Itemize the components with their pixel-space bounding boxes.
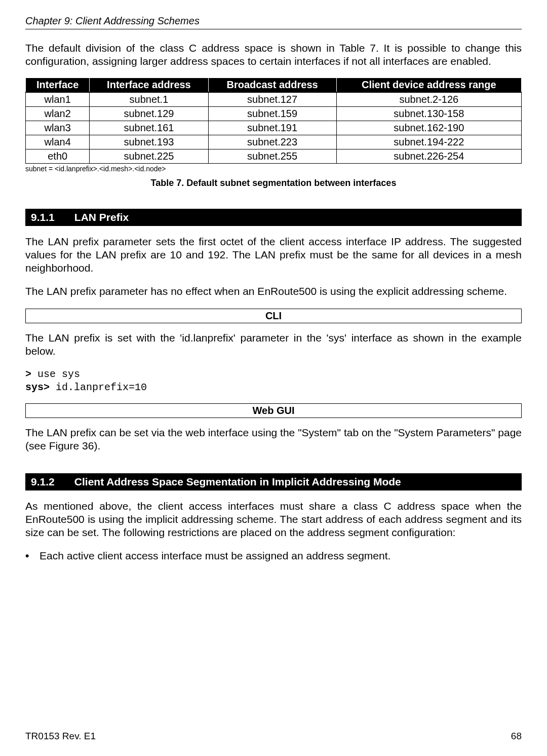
- table-cell: subnet.130-158: [336, 106, 521, 121]
- table-cell: wlan1: [26, 92, 90, 107]
- code-command: id.lanprefix=10: [50, 382, 147, 393]
- table-cell: subnet.129: [90, 106, 208, 121]
- page-footer: TR0153 Rev. E1 68: [25, 731, 522, 742]
- section-number: 9.1.2: [31, 476, 71, 488]
- table-row: wlan3 subnet.161 subnet.191 subnet.162-1…: [26, 121, 522, 135]
- table-caption: Table 7. Default subnet segmentation bet…: [25, 178, 522, 188]
- body-paragraph: The LAN prefix parameter has no effect w…: [25, 285, 522, 298]
- table-cell: eth0: [26, 149, 90, 163]
- table-row: eth0 subnet.225 subnet.255 subnet.226-25…: [26, 149, 522, 163]
- table-cell: subnet.161: [90, 121, 208, 135]
- table-cell: wlan4: [26, 135, 90, 149]
- table-header: Interface address: [90, 78, 208, 92]
- table-header: Client device address range: [336, 78, 521, 92]
- code-command: use sys: [31, 368, 80, 380]
- table-cell: wlan3: [26, 121, 90, 135]
- body-paragraph: The LAN prefix is set with the 'id.lanpr…: [25, 331, 522, 358]
- bullet-list: Each active client access interface must…: [25, 549, 522, 562]
- table-cell: subnet.226-254: [336, 149, 521, 163]
- list-item: Each active client access interface must…: [25, 549, 522, 562]
- code-prompt: sys>: [25, 382, 50, 393]
- table-cell: subnet.191: [208, 121, 336, 135]
- table-cell: subnet.162-190: [336, 121, 521, 135]
- table-cell: subnet.193: [90, 135, 208, 149]
- body-paragraph: As mentioned above, the client access in…: [25, 500, 522, 540]
- table-cell: subnet.127: [208, 92, 336, 107]
- code-prompt: >: [25, 368, 31, 380]
- table-cell: subnet.2-126: [336, 92, 521, 107]
- section-title: Client Address Space Segmentation in Imp…: [74, 476, 401, 487]
- code-block: > use sys sys> id.lanprefix=10: [25, 368, 522, 394]
- table-header: Broadcast address: [208, 78, 336, 92]
- section-title: LAN Prefix: [74, 211, 129, 223]
- intro-paragraph: The default division of the class C addr…: [25, 42, 522, 68]
- table-header: Interface: [26, 78, 90, 92]
- section-heading-911: 9.1.1 LAN Prefix: [25, 209, 522, 226]
- table-cell: wlan2: [26, 106, 90, 121]
- table-cell: subnet.159: [208, 106, 336, 121]
- table-cell: subnet.225: [90, 149, 208, 163]
- cli-label-box: CLI: [25, 309, 522, 323]
- table-row: wlan1 subnet.1 subnet.127 subnet.2-126: [26, 92, 522, 107]
- subnet-footnote: subnet = <id.lanprefix>.<id.mesh>.<id.no…: [25, 165, 522, 173]
- table-row: wlan4 subnet.193 subnet.223 subnet.194-2…: [26, 135, 522, 149]
- subnet-table: Interface Interface address Broadcast ad…: [25, 78, 522, 164]
- footer-page-number: 68: [511, 731, 522, 742]
- table-cell: subnet.1: [90, 92, 208, 107]
- webgui-label-box: Web GUI: [25, 403, 522, 418]
- table-cell: subnet.223: [208, 135, 336, 149]
- header-rule: [25, 29, 522, 29]
- table-cell: subnet.255: [208, 149, 336, 163]
- table-row: wlan2 subnet.129 subnet.159 subnet.130-1…: [26, 106, 522, 121]
- chapter-header: Chapter 9: Client Addressing Schemes: [25, 15, 522, 27]
- table-cell: subnet.194-222: [336, 135, 521, 149]
- section-heading-912: 9.1.2 Client Address Space Segmentation …: [25, 473, 522, 490]
- section-number: 9.1.1: [31, 211, 71, 223]
- body-paragraph: The LAN prefix can be set via the web in…: [25, 426, 522, 453]
- footer-left: TR0153 Rev. E1: [25, 731, 96, 742]
- body-paragraph: The LAN prefix parameter sets the first …: [25, 235, 522, 275]
